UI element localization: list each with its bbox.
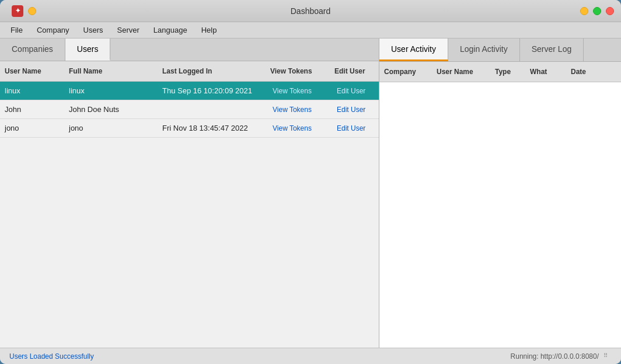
titlebar: ✦ Dashboard <box>0 0 621 22</box>
server-status: Running: http://0.0.0.0:8080/ <box>511 352 599 360</box>
maximize-button[interactable] <box>593 7 601 15</box>
activity-table-body <box>379 82 621 348</box>
view-tokens-button[interactable]: View Tokens <box>266 119 330 137</box>
activity-table-header: Company User Name Type What Date <box>379 62 621 82</box>
col-date: Date <box>566 65 613 78</box>
users-table-body: linux linux Thu Sep 16 10:20:09 2021 Vie… <box>0 82 379 348</box>
col-type: Type <box>490 65 525 78</box>
edit-user-button[interactable]: Edit User <box>330 119 379 137</box>
window-title: Dashboard <box>291 6 331 16</box>
col-edituser: Edit User <box>330 65 382 78</box>
left-tabs-bar: Companies Users <box>0 38 379 61</box>
col-fullname: Full Name <box>64 65 158 78</box>
right-panel: User Activity Login Activity Server Log … <box>379 38 621 348</box>
col-company: Company <box>379 65 432 78</box>
table-row[interactable]: John John Doe Nuts View Tokens Edit User… <box>0 100 379 119</box>
menu-file[interactable]: File <box>5 24 29 36</box>
tab-user-activity[interactable]: User Activity <box>379 38 448 61</box>
minimize-button-right[interactable] <box>580 7 588 15</box>
edit-user-button[interactable]: Edit User <box>330 100 379 118</box>
status-right: Running: http://0.0.0.0:8080/ ⠿ <box>511 352 612 360</box>
app-icon: ✦ <box>12 5 23 17</box>
cell-lastlogged: Thu Sep 16 10:20:09 2021 <box>158 82 266 100</box>
col-viewtokens: View Tokens <box>266 65 330 78</box>
cell-username: linux <box>0 82 64 100</box>
col-username: User Name <box>0 65 64 78</box>
cell-lastlogged <box>158 105 266 114</box>
menu-server[interactable]: Server <box>111 24 145 36</box>
table-row[interactable]: linux linux Thu Sep 16 10:20:09 2021 Vie… <box>0 82 379 100</box>
statusbar: Users Loaded Successfully Running: http:… <box>0 348 621 364</box>
traffic-lights: ✦ <box>7 5 36 17</box>
right-tabs-bar: User Activity Login Activity Server Log <box>379 38 621 62</box>
cell-fullname: jono <box>64 119 158 137</box>
col-what: What <box>525 65 566 78</box>
cell-fullname: John Doe Nuts <box>64 100 158 118</box>
menu-users[interactable]: Users <box>78 24 109 36</box>
cell-username: John <box>0 100 64 118</box>
resize-handle: ⠿ <box>603 352 612 360</box>
menubar: File Company Users Server Language Help <box>0 22 621 38</box>
col-username: User Name <box>432 65 490 78</box>
menu-language[interactable]: Language <box>148 24 193 36</box>
cell-lastlogged: Fri Nov 18 13:45:47 2022 <box>158 119 266 137</box>
tab-server-log[interactable]: Server Log <box>520 38 584 61</box>
col-lastlogged: Last Logged In <box>158 65 266 78</box>
status-message: Users Loaded Successfully <box>9 352 94 360</box>
tab-companies[interactable]: Companies <box>0 38 65 61</box>
view-tokens-button[interactable]: View Tokens <box>266 100 330 118</box>
close-button[interactable] <box>606 7 614 15</box>
menu-help[interactable]: Help <box>196 24 223 36</box>
main-content: Companies Users User Name Full Name Last… <box>0 38 621 348</box>
cell-username: jono <box>0 119 64 137</box>
tab-login-activity[interactable]: Login Activity <box>448 38 520 61</box>
users-table-header: User Name Full Name Last Logged In View … <box>0 61 379 82</box>
edit-user-button[interactable]: Edit User <box>330 82 379 100</box>
view-tokens-button[interactable]: View Tokens <box>266 82 330 100</box>
tab-users[interactable]: Users <box>65 38 111 61</box>
minimize-button[interactable] <box>28 7 36 15</box>
menu-company[interactable]: Company <box>31 24 75 36</box>
table-row[interactable]: jono jono Fri Nov 18 13:45:47 2022 View … <box>0 119 379 138</box>
main-window: ✦ Dashboard File Company Users Server La… <box>0 0 621 364</box>
left-panel: Companies Users User Name Full Name Last… <box>0 38 379 348</box>
cell-fullname: linux <box>64 82 158 100</box>
